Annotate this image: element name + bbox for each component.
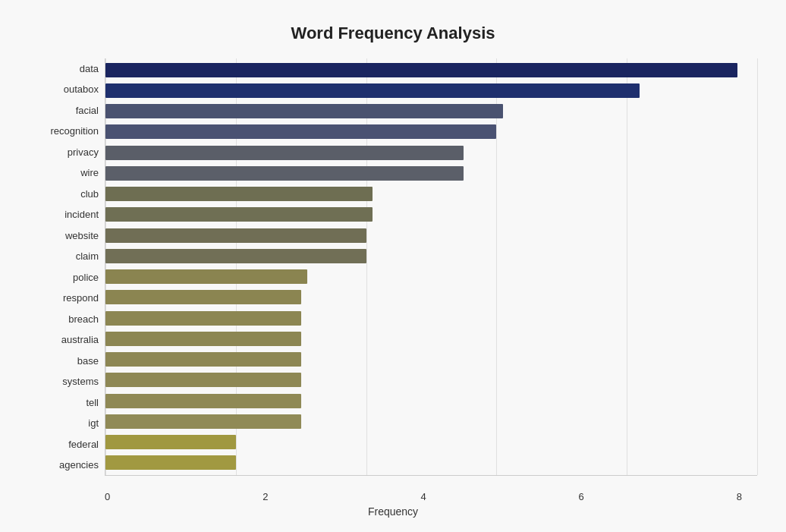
bar-row bbox=[105, 349, 757, 370]
bar-data bbox=[105, 63, 737, 77]
bar-breach bbox=[105, 311, 301, 326]
bar-row bbox=[105, 101, 757, 121]
bar-australia bbox=[105, 332, 301, 346]
x-axis-label: Frequency bbox=[29, 505, 757, 518]
y-label-club: club bbox=[80, 189, 99, 199]
bar-row bbox=[105, 432, 757, 452]
y-label-australia: australia bbox=[61, 335, 99, 345]
y-label-website: website bbox=[65, 231, 99, 241]
x-tick: 4 bbox=[420, 491, 426, 502]
bar-recognition bbox=[105, 124, 496, 139]
x-axis: 02468 bbox=[105, 491, 742, 502]
bar-row bbox=[105, 411, 757, 432]
bar-wire bbox=[105, 166, 464, 181]
bar-facial bbox=[105, 104, 503, 118]
x-tick: 6 bbox=[579, 491, 584, 502]
bar-row bbox=[105, 225, 757, 246]
y-label-agencies: agencies bbox=[59, 460, 99, 470]
bar-club bbox=[105, 187, 373, 201]
bar-row bbox=[105, 391, 757, 411]
bar-row bbox=[105, 246, 757, 266]
y-label-tell: tell bbox=[86, 398, 99, 408]
chart-area: dataoutaboxfacialrecognitionprivacywirec… bbox=[29, 58, 757, 476]
y-label-recognition: recognition bbox=[50, 126, 99, 136]
y-label-federal: federal bbox=[68, 439, 99, 449]
y-label-outabox: outabox bbox=[64, 84, 99, 94]
bar-row bbox=[105, 163, 757, 184]
bar-row bbox=[105, 452, 757, 473]
bar-row bbox=[105, 308, 757, 329]
bar-systems bbox=[105, 373, 301, 387]
bar-agencies bbox=[105, 455, 236, 470]
bar-row bbox=[105, 143, 757, 163]
chart-container: Word Frequency Analysis dataoutaboxfacia… bbox=[14, 8, 772, 524]
bar-respond bbox=[105, 290, 301, 304]
bar-row bbox=[105, 204, 757, 225]
bar-igt bbox=[105, 414, 301, 429]
y-label-police: police bbox=[73, 272, 99, 282]
y-label-claim: claim bbox=[76, 251, 99, 261]
bar-row bbox=[105, 287, 757, 307]
bar-outabox bbox=[105, 83, 640, 98]
y-axis: dataoutaboxfacialrecognitionprivacywirec… bbox=[29, 58, 105, 476]
bar-row bbox=[105, 370, 757, 390]
bar-website bbox=[105, 228, 366, 243]
bar-tell bbox=[105, 394, 301, 408]
x-tick: 2 bbox=[263, 491, 268, 502]
y-label-igt: igt bbox=[88, 418, 99, 428]
plot-area bbox=[105, 58, 757, 476]
bar-federal bbox=[105, 435, 236, 449]
bar-row bbox=[105, 329, 757, 349]
x-tick: 8 bbox=[737, 491, 742, 502]
y-label-respond: respond bbox=[63, 293, 99, 303]
bar-incident bbox=[105, 207, 373, 222]
grid-line bbox=[757, 58, 758, 475]
bar-police bbox=[105, 269, 307, 284]
bar-row bbox=[105, 121, 757, 142]
bar-row bbox=[105, 80, 757, 101]
chart-title: Word Frequency Analysis bbox=[29, 24, 757, 43]
bar-base bbox=[105, 352, 301, 367]
bar-row bbox=[105, 60, 757, 80]
bar-privacy bbox=[105, 146, 464, 160]
y-label-data: data bbox=[80, 64, 99, 74]
y-label-wire: wire bbox=[80, 168, 99, 178]
y-label-systems: systems bbox=[62, 376, 99, 386]
bar-row bbox=[105, 266, 757, 287]
bar-claim bbox=[105, 249, 366, 263]
y-label-base: base bbox=[77, 356, 99, 366]
bar-row bbox=[105, 184, 757, 204]
y-label-privacy: privacy bbox=[68, 147, 99, 157]
y-label-breach: breach bbox=[68, 314, 99, 324]
y-label-incident: incident bbox=[64, 209, 99, 219]
y-label-facial: facial bbox=[76, 105, 99, 115]
x-tick: 0 bbox=[105, 491, 110, 502]
